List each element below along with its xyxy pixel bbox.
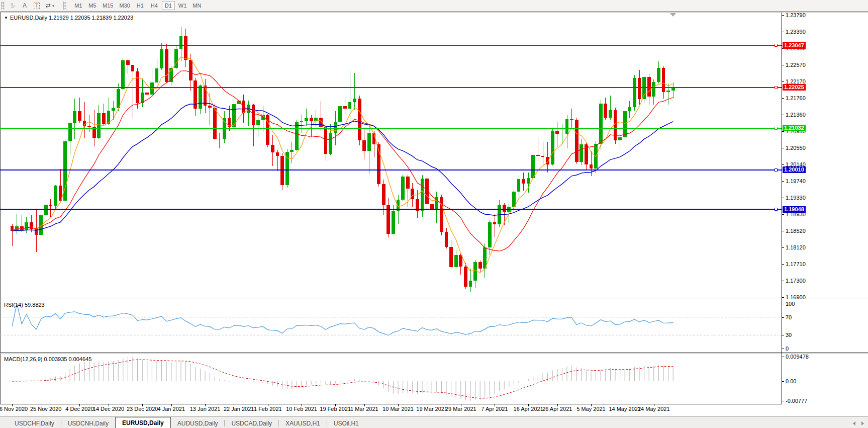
date-axis-label: 4 Jan 2021 [158, 406, 185, 412]
chart-tab-usoil[interactable]: USOil,H1 [327, 418, 365, 428]
candle-body [25, 222, 28, 230]
candle-body [503, 205, 506, 212]
macd-chart[interactable] [0, 354, 782, 404]
candle-body [464, 267, 467, 287]
toolbar-grip[interactable] [1, 2, 5, 10]
toolbar-grip-2[interactable] [63, 2, 66, 10]
tab-scroll-left-icon[interactable] [853, 421, 855, 425]
candle-body [367, 133, 371, 151]
candle-body [155, 68, 159, 82]
candle-body [165, 49, 168, 81]
candle-body [184, 36, 187, 60]
candle-body [102, 113, 106, 125]
level-line[interactable] [0, 44, 782, 47]
candle-body [305, 118, 308, 121]
candle-body [517, 179, 521, 192]
candle-body [20, 226, 24, 230]
chart-tab-audusd[interactable]: AUDUSD,Daily [171, 418, 225, 428]
date-axis-label: 10 Mar 2021 [382, 406, 414, 412]
panel-separator3[interactable] [0, 352, 868, 353]
ma-slow-line [12, 103, 673, 231]
candle-body [329, 133, 332, 154]
candle-body [628, 107, 631, 111]
arrows-tool-icon[interactable]: ⇄ ▾ [43, 1, 59, 11]
level-line[interactable] [0, 168, 782, 171]
timeframe-button-m5[interactable]: M5 [86, 1, 99, 10]
candle-body [324, 127, 328, 154]
price-axis-label: 1.18520 [786, 228, 806, 234]
candle-body [560, 134, 564, 134]
rsi-line [12, 304, 673, 335]
candle-body [218, 139, 221, 139]
price-axis-label: 1.21360 [786, 112, 806, 118]
text-box-icon[interactable]: T [31, 1, 43, 11]
candle-body [633, 78, 636, 107]
candle-body [353, 99, 356, 102]
tab-scroll-right-icon[interactable] [861, 421, 864, 425]
candle-body [382, 184, 385, 205]
level-line[interactable] [0, 208, 782, 211]
chart-tab-usdcad[interactable]: USDCAD,Daily [225, 418, 278, 428]
date-axis-label: 29 Mar 2021 [445, 406, 476, 412]
candle-body [575, 120, 578, 162]
chart-tab-xauusd[interactable]: XAUUSD,H1 [279, 418, 327, 428]
price-axis-tick [782, 131, 784, 132]
timeframe-button-h4[interactable]: H4 [148, 1, 161, 10]
candle-body [49, 205, 52, 206]
candle-body [338, 106, 342, 122]
timeframe-button-w1[interactable]: W1 [176, 1, 189, 10]
collapse-triangle-icon[interactable]: ▼ [4, 16, 8, 20]
price-axis-line [782, 13, 782, 404]
candle-body [449, 247, 453, 267]
timeframe-button-d1[interactable]: D1 [162, 1, 175, 10]
grid-f-glyph: ⣿F [11, 3, 15, 9]
candlestick-chart[interactable] [0, 13, 782, 298]
grid-f-icon[interactable]: ⣿F [7, 1, 19, 11]
candle-body [392, 211, 395, 234]
timeframe-button-h1[interactable]: H1 [134, 1, 147, 10]
timeframe-button-m15[interactable]: M15 [100, 1, 116, 10]
price-axis-tick [782, 198, 784, 198]
rsi-axis-label: 70 [786, 314, 792, 320]
candle-body [44, 205, 48, 215]
current-bar-marker-icon [670, 13, 676, 17]
rsi-axis-tick [782, 304, 784, 304]
candle-body [671, 88, 675, 91]
chart-tab-usdcnh[interactable]: USDCNH,Daily [61, 418, 115, 428]
chart-tab-bar: USDCHF,DailyUSDCNH,DailyEURUSD,DailyAUDU… [0, 416, 868, 428]
date-axis-label: 26 Apr 2021 [542, 406, 572, 412]
candle-body [334, 122, 337, 134]
timeframe-button-m1[interactable]: M1 [72, 1, 85, 10]
price-axis-tick [782, 98, 784, 99]
candle-body [126, 60, 130, 65]
arrows-glyph: ⇄ [46, 2, 51, 9]
candle-body [252, 105, 255, 125]
price-axis-label: 1.17300 [786, 278, 806, 284]
text-a-icon[interactable]: A [19, 1, 31, 11]
chart-tab-eurusd[interactable]: EURUSD,Daily [115, 417, 171, 428]
candle-body [179, 36, 183, 49]
candle-body [590, 164, 593, 168]
panel-separator[interactable] [0, 298, 868, 298]
candle-body [642, 77, 646, 99]
candle-body [362, 140, 366, 151]
price-axis-tick [782, 115, 784, 115]
candle-body [570, 119, 573, 120]
price-axis-label: 1.22170 [786, 78, 806, 84]
tab-scroll-arrows [853, 421, 864, 425]
candle-body [406, 177, 410, 189]
macd-axis-tick [782, 357, 784, 357]
candle-body [213, 108, 217, 139]
timeframe-button-mn[interactable]: MN [190, 1, 204, 10]
timeframe-button-m30[interactable]: M30 [117, 1, 132, 10]
rsi-chart[interactable] [0, 299, 782, 352]
price-axis-tick [782, 32, 784, 32]
price-axis-label: 1.23390 [786, 29, 806, 35]
candle-body [145, 93, 149, 95]
candle-body [68, 123, 72, 141]
candle-body [121, 60, 125, 89]
date-axis-label: 14 May 2021 [609, 406, 641, 412]
price-axis-label: 1.23790 [786, 12, 806, 18]
chart-tab-usdchf[interactable]: USDCHF,Daily [8, 418, 61, 428]
level-price-badge: 1.23047 [783, 42, 806, 49]
